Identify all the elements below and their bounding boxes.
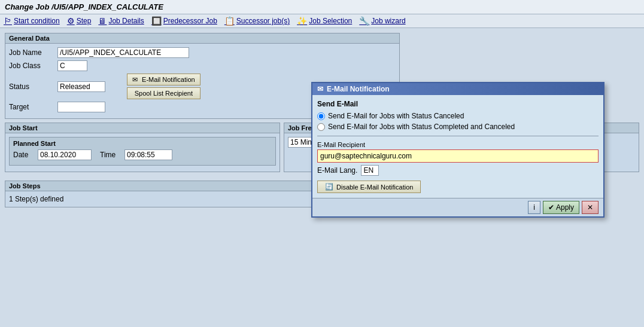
radio-completed-row: Send E-Mail for Jobs with Status Complet… (317, 123, 599, 131)
toolbar-job-details[interactable]: 🖥 Job Details (98, 16, 144, 26)
radio-canceled[interactable] (317, 112, 325, 120)
job-name-input[interactable] (57, 47, 189, 58)
time-input[interactable] (124, 149, 172, 160)
job-details-icon: 🖥 (98, 16, 107, 26)
email-icon: ✉ (132, 76, 138, 83)
target-input[interactable] (57, 102, 105, 112)
toolbar-step[interactable]: ⚙ Step (67, 16, 92, 26)
email-lang-input[interactable] (361, 165, 379, 176)
job-class-row: Job Class (9, 60, 396, 71)
toolbar-job-wizard[interactable]: 🔧 Job wizard (359, 16, 405, 26)
toolbar-job-selection[interactable]: ✨ Job Selection (297, 16, 352, 26)
dialog-info-button[interactable]: i (528, 201, 540, 214)
email-dialog: ✉ E-Mail Notification Send E-Mail Send E… (311, 82, 604, 218)
email-dialog-title-icon: ✉ (317, 85, 323, 93)
recipient-section-label: E-Mail Recipient (317, 141, 599, 148)
dialog-apply-button[interactable]: ✔ Apply (543, 201, 579, 214)
email-dialog-content: Send E-Mail Send E-Mail for Jobs with St… (312, 95, 603, 198)
job-steps-text: 1 Step(s) defined (9, 195, 63, 203)
radio-completed-canceled-label: Send E-Mail for Jobs with Status Complet… (328, 123, 515, 131)
job-wizard-icon: 🔧 (359, 16, 369, 26)
job-class-input[interactable] (57, 60, 87, 71)
dialog-cancel-button[interactable]: ✕ (582, 201, 599, 214)
toolbar-start-condition[interactable]: 🏳 Start condition (4, 16, 60, 26)
predecessor-icon: 🔲 (151, 16, 162, 26)
email-lang-label: E-Mail Lang. (317, 166, 357, 175)
email-dialog-footer: i ✔ Apply ✕ (312, 198, 603, 216)
radio-canceled-label: Send E-Mail for Jobs with Status Cancele… (328, 112, 464, 120)
job-name-row: Job Name (9, 47, 396, 58)
status-input[interactable] (57, 81, 105, 92)
recipient-input[interactable] (317, 149, 599, 163)
toolbar: 🏳 Start condition ⚙ Step 🖥 Job Details 🔲… (0, 14, 644, 28)
spool-list-recipient-button[interactable]: Spool List Recipient (127, 87, 201, 99)
step-icon: ⚙ (67, 16, 75, 26)
date-input[interactable] (38, 149, 92, 160)
disable-email-button[interactable]: 🔄 Disable E-Mail Notification (317, 181, 421, 193)
email-notification-button[interactable]: ✉ E-Mail Notification (127, 74, 201, 85)
main-content: General Data Job Name Job Class Status ✉… (0, 28, 644, 212)
job-start-title: Job Start (5, 123, 280, 133)
dialog-separator (317, 136, 599, 136)
job-class-label: Job Class (9, 62, 54, 70)
email-lang-row: E-Mail Lang. (317, 165, 599, 176)
radio-canceled-row: Send E-Mail for Jobs with Status Cancele… (317, 112, 599, 120)
toolbar-successor-jobs[interactable]: 📋 Successor job(s) (224, 16, 290, 26)
job-selection-icon: ✨ (297, 16, 307, 26)
window-title: Change Job /UI5/APP_INDEX_CALCULATE (0, 0, 644, 14)
successor-icon: 📋 (224, 16, 235, 26)
disable-icon: 🔄 (325, 183, 333, 191)
target-label: Target (9, 103, 54, 111)
send-email-section-title: Send E-Mail (317, 100, 599, 108)
radio-completed-canceled[interactable] (317, 123, 325, 131)
date-label: Date (13, 151, 34, 159)
toolbar-predecessor-job[interactable]: 🔲 Predecessor Job (151, 16, 217, 26)
general-data-title: General Data (5, 33, 399, 44)
email-dialog-title: E-Mail Notification (327, 85, 390, 93)
date-time-row: Date Time (13, 149, 272, 160)
apply-checkmark: ✔ (548, 203, 554, 212)
job-name-label: Job Name (9, 48, 54, 57)
start-condition-icon: 🏳 (4, 16, 12, 26)
time-label: Time (100, 151, 121, 159)
status-label: Status (9, 82, 54, 91)
job-start-content: Planned Start Date Time (5, 133, 280, 172)
job-start-section: Job Start Planned Start Date Time (5, 123, 280, 172)
planned-start-box: Planned Start Date Time (9, 137, 276, 166)
email-dialog-title-bar: ✉ E-Mail Notification (312, 83, 603, 95)
planned-start-label: Planned Start (13, 140, 272, 147)
